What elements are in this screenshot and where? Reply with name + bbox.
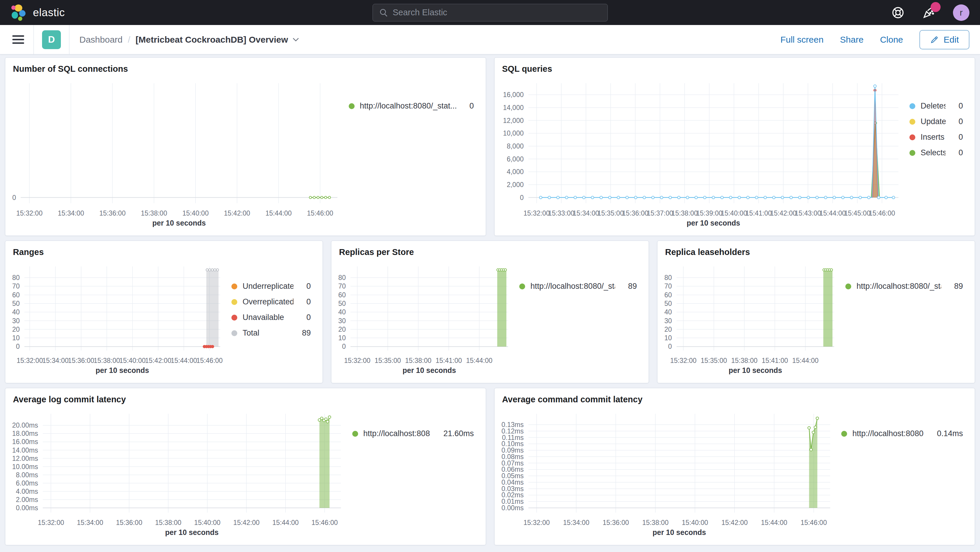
svg-text:15:44:00: 15:44:00 <box>272 519 299 527</box>
svg-text:15:41:00: 15:41:00 <box>745 209 772 217</box>
toolbar-actions: Full screen Share Clone Edit <box>780 30 969 49</box>
legend-value: 21.60ms <box>436 429 474 438</box>
legend-color-dot <box>352 431 358 437</box>
svg-text:12,000: 12,000 <box>503 117 523 124</box>
page-title[interactable]: [Metricbeat CockroachDB] Overview <box>135 35 299 45</box>
svg-text:15:46:00: 15:46:00 <box>869 209 895 217</box>
legend-value: 0 <box>299 313 311 322</box>
svg-text:0.13ms: 0.13ms <box>501 421 523 428</box>
legend-label: Inserts <box>921 133 944 142</box>
legend-label: Overreplicated <box>243 297 293 307</box>
grid-row-1: Number of SQL connections 15:32:0015:34:… <box>5 57 975 236</box>
chart-replica-leaseholders[interactable]: 15:32:0015:35:0015:38:0015:41:0015:44:00… <box>660 259 845 380</box>
legend-item[interactable]: http://localhost:8080/_sta...89 <box>845 282 963 291</box>
search-input[interactable] <box>393 8 601 17</box>
svg-text:15:42:00: 15:42:00 <box>145 357 172 364</box>
svg-text:15:45:00: 15:45:00 <box>844 209 870 217</box>
chart-ranges[interactable]: 15:32:0015:34:0015:36:0015:38:0015:40:00… <box>8 259 231 380</box>
svg-text:15:32:00: 15:32:00 <box>16 357 43 364</box>
chart-sql-queries[interactable]: 15:32:0015:33:0015:34:0015:35:0015:36:00… <box>497 76 910 233</box>
legend-label: http://localhost:808... <box>363 429 430 438</box>
legend: Underreplicated0Overreplicated0Unavailab… <box>231 259 318 380</box>
svg-text:10: 10 <box>12 334 20 342</box>
legend-value: 89 <box>947 282 963 291</box>
svg-text:0: 0 <box>12 194 16 202</box>
svg-text:15:38:00: 15:38:00 <box>405 357 432 364</box>
chart-number-of-sql-connections[interactable]: 15:32:0015:34:0015:36:0015:38:0015:40:00… <box>8 76 349 233</box>
svg-text:15:32:00: 15:32:00 <box>523 209 550 217</box>
panel-sql-queries: SQL queries 15:32:0015:33:0015:34:0015:3… <box>494 57 975 236</box>
svg-text:per 10 seconds: per 10 seconds <box>95 366 149 374</box>
svg-text:15:34:00: 15:34:00 <box>42 357 69 364</box>
user-avatar[interactable]: r <box>953 5 969 21</box>
legend-item[interactable]: Deletes0 <box>910 102 963 111</box>
clone-button[interactable]: Clone <box>880 35 903 45</box>
panel-number-of-sql-connections: Number of SQL connections 15:32:0015:34:… <box>5 57 486 236</box>
edit-button[interactable]: Edit <box>920 30 969 49</box>
svg-text:15:43:00: 15:43:00 <box>795 209 821 217</box>
svg-text:15:34:00: 15:34:00 <box>77 519 103 527</box>
svg-text:15:33:00: 15:33:00 <box>548 209 574 217</box>
fullscreen-button[interactable]: Full screen <box>780 35 824 45</box>
chart-average-log-commit-latency[interactable]: 15:32:0015:34:0015:36:0015:38:0015:40:00… <box>8 406 352 542</box>
svg-text:0: 0 <box>16 343 20 350</box>
svg-text:15:44:00: 15:44:00 <box>761 519 788 527</box>
svg-text:10,000: 10,000 <box>503 129 523 137</box>
svg-text:15:40:00: 15:40:00 <box>721 209 747 217</box>
svg-text:70: 70 <box>664 282 672 290</box>
legend-value: 0 <box>461 102 474 111</box>
legend-item[interactable]: http://localhost:8080/_stat...0 <box>349 102 474 111</box>
elastic-brand[interactable]: elastic <box>11 4 65 21</box>
svg-text:per 10 seconds: per 10 seconds <box>652 528 706 536</box>
svg-text:15:44:00: 15:44:00 <box>266 209 292 217</box>
chart-average-command-commit-latency[interactable]: 15:32:0015:34:0015:36:0015:38:0015:40:00… <box>497 406 842 542</box>
share-button[interactable]: Share <box>840 35 864 45</box>
legend-color-dot <box>231 315 237 321</box>
search-box[interactable] <box>372 4 608 21</box>
panel-title: Replica leaseholders <box>657 241 975 257</box>
svg-text:15:46:00: 15:46:00 <box>800 519 827 527</box>
svg-text:15:38:00: 15:38:00 <box>141 209 167 217</box>
chart-replicas-per-store[interactable]: 15:32:0015:35:0015:38:0015:41:0015:44:00… <box>334 259 519 380</box>
legend-color-dot <box>845 283 851 290</box>
svg-text:14.00ms: 14.00ms <box>12 446 38 454</box>
svg-text:15:40:00: 15:40:00 <box>119 357 146 364</box>
legend: Deletes0Updates0Inserts0Selects0 <box>910 76 970 233</box>
svg-text:8,000: 8,000 <box>507 142 523 150</box>
svg-text:15:36:00: 15:36:00 <box>116 519 142 527</box>
svg-text:10: 10 <box>664 334 672 342</box>
svg-text:20: 20 <box>338 326 346 333</box>
svg-text:50: 50 <box>338 300 346 307</box>
breadcrumb-dashboard[interactable]: Dashboard <box>80 35 123 45</box>
svg-text:15:38:00: 15:38:00 <box>642 519 669 527</box>
panel-title: SQL queries <box>495 58 975 74</box>
legend-item[interactable]: Overreplicated0 <box>231 297 311 307</box>
svg-text:15:38:00: 15:38:00 <box>731 357 758 364</box>
legend-item[interactable]: http://localhost:808...21.60ms <box>352 429 474 438</box>
news-button[interactable] <box>922 6 936 20</box>
svg-text:15:41:00: 15:41:00 <box>762 357 788 364</box>
main-menu-button[interactable] <box>8 30 28 49</box>
legend-value: 0 <box>951 117 963 126</box>
legend-item[interactable]: http://localhost:8080...0.14ms <box>841 429 963 438</box>
legend-item[interactable]: http://localhost:8080/_sta...89 <box>519 282 637 291</box>
legend-item[interactable]: Total89 <box>231 328 311 337</box>
legend-item[interactable]: Underreplicated0 <box>231 282 311 291</box>
legend-color-dot <box>349 103 355 109</box>
svg-text:15:42:00: 15:42:00 <box>233 519 259 527</box>
legend-item[interactable]: Inserts0 <box>910 133 963 142</box>
dashboard-badge[interactable]: D <box>42 30 61 49</box>
legend-item[interactable]: Updates0 <box>910 117 963 126</box>
legend: http://localhost:8080/_sta...89 <box>845 259 970 380</box>
legend-label: Deletes <box>921 102 946 111</box>
legend-item[interactable]: Selects0 <box>910 148 963 157</box>
svg-text:15:38:00: 15:38:00 <box>671 209 698 217</box>
svg-text:60: 60 <box>664 291 672 299</box>
chevron-down-icon <box>292 37 299 42</box>
legend: http://localhost:8080/_sta...89 <box>519 259 644 380</box>
legend-label: Updates <box>921 117 946 126</box>
help-button[interactable] <box>891 6 905 19</box>
svg-text:0: 0 <box>520 194 523 202</box>
svg-text:50: 50 <box>664 300 672 307</box>
legend-item[interactable]: Unavailable0 <box>231 313 311 322</box>
